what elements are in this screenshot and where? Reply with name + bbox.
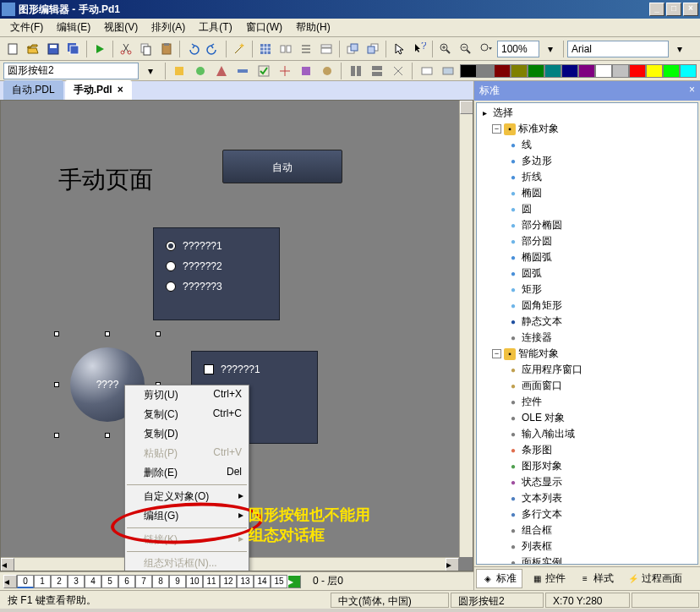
layer-button[interactable]: 5 — [101, 575, 118, 588]
list-icon[interactable] — [297, 40, 315, 58]
tree-item[interactable]: ●静态文本 — [479, 314, 696, 330]
color-swatch[interactable] — [477, 64, 494, 78]
tree-item[interactable]: ●图形对象 — [479, 458, 696, 474]
tree-item[interactable]: ●椭圆弧 — [479, 249, 696, 265]
color-swatch[interactable] — [646, 64, 663, 78]
new-icon[interactable] — [3, 40, 22, 58]
radio-1[interactable] — [166, 241, 176, 251]
layer-button[interactable]: 8 — [152, 575, 169, 588]
grid-icon[interactable] — [256, 40, 275, 58]
tree-item[interactable]: ●折线 — [479, 169, 696, 185]
paste-icon[interactable] — [157, 40, 176, 58]
tree-item[interactable]: ●OLE 对象 — [479, 410, 696, 426]
menu-icon[interactable] — [317, 40, 336, 58]
tree-item[interactable]: ●应用程序窗口 — [479, 362, 696, 378]
tree-item[interactable]: ●连接器 — [479, 330, 696, 346]
font-input[interactable] — [567, 41, 669, 57]
radio-group[interactable]: ??????1 ??????2 ??????3 — [153, 227, 280, 320]
tree-item[interactable]: ●圆弧 — [479, 265, 696, 281]
layer-button[interactable]: 3 — [68, 575, 85, 588]
font-dropdown-button[interactable]: ▾ — [670, 40, 689, 58]
layer-next-icon[interactable]: ▸ — [287, 575, 301, 588]
tree-item[interactable]: ●列表框 — [479, 538, 696, 555]
object-tree[interactable]: ▸选择−▪标准对象●线●多边形●折线●椭圆●圆●部分椭圆●部分圆●椭圆弧●圆弧●… — [476, 102, 698, 565]
open-icon[interactable] — [24, 40, 42, 58]
saveall-icon[interactable] — [64, 40, 83, 58]
layer-button[interactable]: 14 — [254, 575, 271, 588]
layer-button[interactable]: 15 — [271, 575, 287, 588]
minimize-button[interactable]: _ — [649, 3, 664, 16]
layer-prev-icon[interactable]: ◂ — [3, 575, 17, 588]
maximize-button[interactable]: □ — [666, 3, 681, 16]
layer-button[interactable]: 9 — [169, 575, 186, 588]
tree-item[interactable]: ●组合框 — [479, 522, 696, 538]
tool-icon-9[interactable] — [347, 62, 364, 80]
context-menu-item[interactable]: 复制(C)Ctrl+C — [125, 405, 249, 424]
tool-icon-3[interactable] — [213, 62, 231, 80]
copy-icon[interactable] — [137, 40, 156, 58]
tree-item[interactable]: ●多边形 — [479, 153, 696, 169]
color-swatch[interactable] — [578, 64, 595, 78]
tree-group[interactable]: −▪智能对象 — [479, 346, 696, 362]
zoom-input[interactable] — [497, 41, 539, 57]
color-swatch[interactable] — [494, 64, 511, 78]
rp-tab-process[interactable]: ⚡过程画面 — [622, 569, 687, 588]
rp-tab-standard[interactable]: ◈标准 — [476, 569, 522, 588]
tree-root[interactable]: ▸选择 — [479, 105, 696, 121]
menu-arrange[interactable]: 排列(A) — [145, 19, 192, 36]
color-swatch[interactable] — [595, 64, 612, 78]
object-name-input[interactable] — [3, 63, 139, 79]
tool-icon-13[interactable] — [439, 62, 457, 80]
layer-button[interactable]: 6 — [118, 575, 135, 588]
wand-icon[interactable] — [230, 40, 249, 58]
color-swatch[interactable] — [612, 64, 629, 78]
tree-item[interactable]: ●面板实例 — [479, 555, 696, 565]
zoom-in-icon[interactable] — [436, 40, 455, 58]
color-swatch[interactable] — [680, 64, 697, 78]
tree-item[interactable]: ●控件 — [479, 394, 696, 410]
tree-item[interactable]: ●椭圆 — [479, 185, 696, 201]
tab-close-icon[interactable]: × — [118, 84, 123, 96]
rp-tab-controls[interactable]: ▦控件 — [526, 569, 571, 588]
tree-item[interactable]: ●圆角矩形 — [479, 298, 696, 314]
context-menu-item[interactable]: 删除(E)Del — [125, 463, 249, 483]
menu-help[interactable]: 帮助(H) — [289, 19, 337, 36]
radio-3[interactable] — [166, 281, 176, 292]
layer-button[interactable]: 2 — [51, 575, 68, 588]
color-swatch[interactable] — [511, 64, 528, 78]
help-cursor-icon[interactable]: ? — [410, 40, 429, 58]
tab-manual[interactable]: 手动.Pdl× — [65, 80, 132, 100]
layer-button[interactable]: 11 — [203, 575, 220, 588]
scrollbar-vertical[interactable] — [459, 101, 473, 557]
zoom-dropdown-button[interactable]: ▾ — [541, 40, 560, 58]
tool-icon-8[interactable] — [318, 62, 336, 80]
rp-tab-styles[interactable]: ≡样式 — [574, 569, 619, 588]
tree-item[interactable]: ●部分椭圆 — [479, 217, 696, 233]
tool-icon-7[interactable] — [298, 62, 315, 80]
layer-button[interactable]: 12 — [220, 575, 237, 588]
color-swatch[interactable] — [460, 64, 477, 78]
tool-icon-5[interactable] — [255, 62, 273, 80]
tree-item[interactable]: ●部分圆 — [479, 233, 696, 249]
send-back-icon[interactable] — [364, 40, 382, 58]
tree-item[interactable]: ●输入/输出域 — [479, 426, 696, 442]
auto-button[interactable]: 自动 — [222, 150, 342, 183]
object-dropdown-button[interactable]: ▾ — [142, 62, 160, 80]
color-swatch[interactable] — [663, 64, 680, 78]
context-menu-item[interactable]: 复制(D) — [125, 424, 249, 444]
align-icon[interactable] — [276, 40, 295, 58]
layer-button[interactable]: 4 — [85, 575, 101, 588]
cursor-icon[interactable] — [390, 40, 408, 58]
layer-button[interactable]: 13 — [237, 575, 254, 588]
tool-icon-4[interactable] — [234, 62, 252, 80]
tool-icon-12[interactable] — [418, 62, 435, 80]
tab-auto[interactable]: 自动.PDL — [3, 80, 63, 100]
tool-icon-1[interactable] — [171, 62, 189, 80]
tree-item[interactable]: ●多行文本 — [479, 506, 696, 522]
color-swatch[interactable] — [629, 64, 646, 78]
color-swatch[interactable] — [528, 64, 544, 78]
layer-button[interactable]: 1 — [34, 575, 51, 588]
close-button[interactable]: × — [683, 3, 698, 16]
tool-icon-2[interactable] — [192, 62, 210, 80]
save-icon[interactable] — [44, 40, 63, 58]
